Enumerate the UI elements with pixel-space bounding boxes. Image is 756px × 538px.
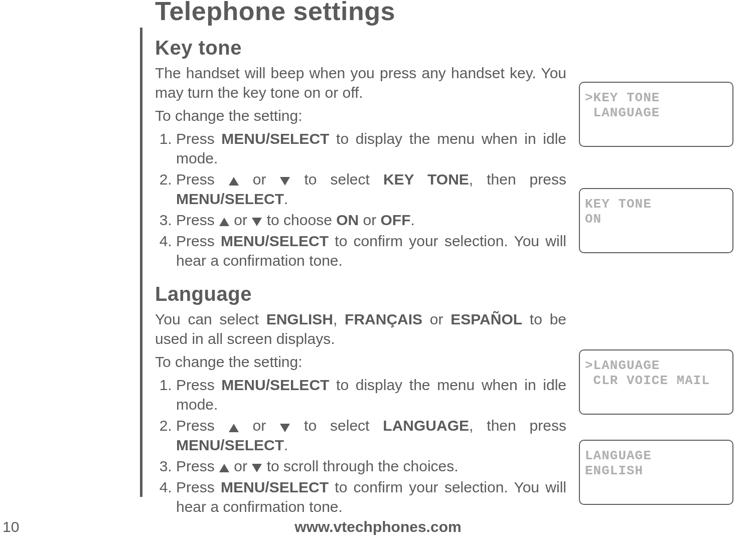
step-text: Press [176,233,221,249]
language-step-2: Press or to select LANGUAGE, then press … [176,416,566,455]
language-label: LANGUAGE [383,417,469,434]
on-label: ON [336,212,359,228]
step-text: . [411,212,415,228]
triangle-up-icon [229,177,239,186]
lcd-screen-key-tone-menu: >KEY TONE LANGUAGE [579,82,733,147]
step-text: or [422,311,450,327]
key-tone-steps: Press MENU/SELECT to display the menu wh… [155,129,566,270]
triangle-down-icon [280,177,290,186]
step-text: Press [176,417,228,434]
step-text: to choose [262,212,336,228]
language-steps: Press MENU/SELECT to display the menu wh… [155,376,566,516]
footer-url: www.vtechphones.com [0,518,756,535]
step-text: Press [176,377,221,393]
step-text: Press [176,458,219,474]
key-tone-label: KEY TONE [383,171,469,188]
document-page: Telephone settings Key tone The handset … [0,0,756,538]
step-text: to scroll through the choices. [262,458,458,474]
key-tone-step-1: Press MENU/SELECT to display the menu wh… [176,129,566,168]
step-text: Press [176,479,221,495]
triangle-down-icon [252,464,262,472]
lcd-screen-key-tone-on: KEY TONE ON [579,188,733,253]
language-step-3: Press or to scroll through the choices. [176,457,566,476]
section-heading-language: Language [155,281,566,307]
language-description: You can select ENGLISH, FRANÇAIS or ESPA… [155,310,566,348]
step-text: . [284,437,288,453]
step-text: Press [176,171,228,188]
step-text: , then press [469,171,566,188]
step-text: to select [290,171,383,188]
lcd-screen-language-english: LANGUAGE ENGLISH [579,440,733,505]
main-content: Key tone The handset will beep when you … [155,35,566,518]
step-text: , then press [469,417,566,434]
menu-select-label: MENU/SELECT [221,233,329,249]
language-step-4: Press MENU/SELECT to confirm your select… [176,478,566,516]
menu-select-label: MENU/SELECT [176,191,284,207]
lcd-screen-language-menu: >LANGUAGE CLR VOICE MAIL [579,349,733,415]
page-title: Telephone settings [155,0,395,26]
triangle-up-icon [219,218,229,226]
section-divider [140,28,142,497]
triangle-up-icon [219,464,229,472]
section-heading-key-tone: Key tone [155,35,566,61]
francais-label: FRANÇAIS [345,311,422,327]
triangle-down-icon [252,218,262,226]
menu-select-label: MENU/SELECT [221,377,329,393]
menu-select-label: MENU/SELECT [176,437,284,453]
step-text: , [333,311,345,327]
espanol-label: ESPAÑOL [450,311,522,327]
step-text: . [284,191,288,207]
step-text: or [239,171,280,188]
key-tone-description: The handset will beep when you press any… [155,64,566,102]
key-tone-step-3: Press or to choose ON or OFF. [176,211,566,230]
key-tone-step-4: Press MENU/SELECT to confirm your select… [176,232,566,270]
step-text: or [230,458,251,474]
step-text: You can select [155,311,266,327]
step-text: to select [290,417,383,434]
key-tone-step-2: Press or to select KEY TONE, then press … [176,170,566,209]
triangle-up-icon [229,424,239,432]
step-text: Press [176,212,219,228]
menu-select-label: MENU/SELECT [221,479,329,495]
key-tone-instruction-lead: To change the setting: [155,106,566,125]
english-label: ENGLISH [266,311,333,327]
step-text: or [239,417,280,434]
step-text: or [230,212,251,228]
language-instruction-lead: To change the setting: [155,352,566,372]
step-text: Press [176,130,221,147]
triangle-down-icon [280,424,290,432]
off-label: OFF [381,212,411,228]
menu-select-label: MENU/SELECT [221,130,329,147]
language-step-1: Press MENU/SELECT to display the menu wh… [176,376,566,414]
step-text: or [359,212,380,228]
